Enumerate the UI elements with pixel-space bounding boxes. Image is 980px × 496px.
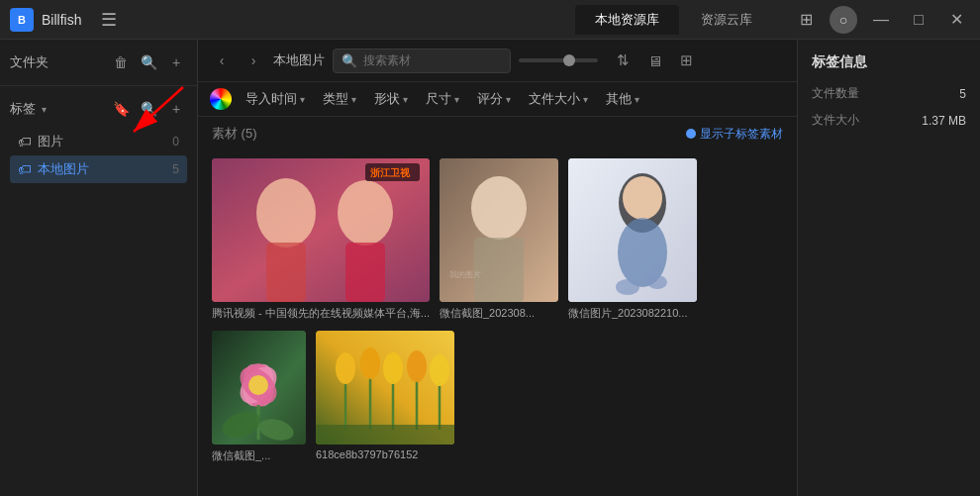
tag-count-pictures: 0	[172, 135, 179, 149]
svg-point-40	[430, 354, 449, 386]
close-button[interactable]: ✕	[942, 6, 970, 34]
media-thumb-4: JPG	[316, 331, 454, 445]
grid-icon[interactable]: ⊞	[673, 48, 699, 73]
media-item-3[interactable]: PNG	[212, 331, 306, 463]
svg-point-10	[471, 176, 527, 240]
svg-rect-11	[474, 238, 524, 302]
search-input[interactable]	[363, 53, 502, 67]
show-subtag-label: 显示子标签素材	[700, 126, 783, 143]
filter-type[interactable]: 类型 ▾	[319, 88, 360, 110]
titlebar: B Billfish ☰ 本地资源库 资源云库 ⊞ ○ — □ ✕	[0, 0, 980, 40]
filter-shape[interactable]: 形状 ▾	[370, 88, 412, 110]
tag-item-pictures[interactable]: 🏷 图片 0	[10, 128, 187, 155]
media-label-2: 微信图片_2023082210...	[568, 306, 697, 321]
search-icon: 🔍	[342, 53, 357, 68]
tags-section-header: 标签 ▾ 🔖 🔍 +	[10, 94, 187, 128]
media-item-0[interactable]: JPG	[212, 158, 430, 321]
tab-local-library[interactable]: 本地资源库	[575, 5, 679, 35]
tag-icon-local: 🏷	[18, 161, 32, 177]
folder-label: 文件夹	[10, 53, 104, 71]
filter-size-label: 尺寸	[426, 90, 451, 108]
breadcrumb: 本地图片	[273, 51, 325, 69]
filter-bar: 导入时间 ▾ 类型 ▾ 形状 ▾ 尺寸 ▾ 评分 ▾ 文件大小 ▾	[198, 82, 797, 117]
media-thumb-3: PNG	[212, 331, 306, 445]
tags-search-icon[interactable]: 🔍	[138, 98, 159, 120]
panel-label-size: 文件大小	[812, 112, 859, 129]
svg-point-36	[383, 352, 403, 384]
filter-filesize-caret: ▾	[583, 94, 588, 105]
show-subtag-button[interactable]: 显示子标签素材	[686, 126, 783, 143]
app-name: Billfish	[42, 12, 81, 28]
media-item-1[interactable]: PNG 我的图片	[440, 158, 558, 321]
nav-prev-button[interactable]: ‹	[210, 49, 234, 72]
display-icon[interactable]: 🖥	[641, 48, 667, 73]
color-filter-button[interactable]	[210, 88, 232, 110]
tags-caret-icon[interactable]: ▾	[42, 104, 47, 115]
layout-icon[interactable]: ⊞	[792, 6, 820, 34]
maximize-button[interactable]: □	[905, 6, 932, 34]
svg-text:我的图片: 我的图片	[449, 270, 481, 279]
svg-rect-41	[316, 425, 454, 445]
media-label-0: 腾讯视频 - 中国领先的在线视频媒体平台,海...	[212, 306, 430, 321]
sort-slider[interactable]	[519, 58, 598, 62]
svg-text:浙江卫视: 浙江卫视	[370, 167, 411, 178]
svg-point-5	[338, 180, 393, 246]
folder-search-icon[interactable]: 🔍	[138, 51, 159, 73]
tag-item-local-pictures[interactable]: 🏷 本地图片 5	[10, 155, 187, 183]
svg-point-34	[360, 347, 380, 379]
filter-rating-label: 评分	[477, 90, 503, 108]
avatar[interactable]: ○	[830, 6, 857, 34]
filter-other-label: 其他	[606, 90, 632, 108]
filter-import-time[interactable]: 导入时间 ▾	[242, 88, 309, 110]
content-area: ‹ › 本地图片 🔍 ⇅ 🖥 ⊞ 导入时间 ▾	[198, 40, 797, 496]
sort-icon[interactable]: ⇅	[610, 48, 636, 73]
svg-point-32	[336, 352, 355, 384]
media-grid: JPG	[198, 150, 797, 496]
search-box: 🔍	[333, 49, 511, 73]
panel-row-size: 文件大小 1.37 MB	[812, 112, 966, 129]
tag-count-local: 5	[172, 162, 179, 176]
slider-thumb[interactable]	[563, 54, 575, 66]
filter-shape-caret: ▾	[403, 94, 408, 105]
media-label-4: 618ce8b3797b76152	[316, 448, 444, 460]
filter-filesize[interactable]: 文件大小 ▾	[525, 88, 592, 110]
app-logo: B	[10, 8, 34, 32]
filter-size[interactable]: 尺寸 ▾	[422, 88, 463, 110]
minimize-button[interactable]: —	[867, 6, 895, 34]
slider-track[interactable]	[519, 58, 598, 62]
svg-point-18	[616, 279, 639, 295]
grid-header: 素材 (5) 显示子标签素材	[198, 117, 797, 150]
tags-bookmark-icon[interactable]: 🔖	[110, 98, 132, 120]
svg-point-38	[407, 350, 427, 382]
tags-add-icon[interactable]: +	[165, 98, 187, 120]
window-controls: ⊞ ○ — □ ✕	[792, 6, 970, 34]
svg-rect-6	[345, 243, 385, 302]
media-item-4[interactable]: JPG	[316, 331, 454, 463]
filter-other[interactable]: 其他 ▾	[602, 88, 643, 110]
nav-next-button[interactable]: ›	[242, 49, 265, 72]
filter-rating[interactable]: 评分 ▾	[473, 88, 515, 110]
main-tabs: 本地资源库 资源云库	[575, 5, 772, 35]
tag-label-local: 本地图片	[38, 160, 172, 178]
folder-delete-icon[interactable]: 🗑	[110, 51, 132, 73]
filter-size-caret: ▾	[454, 94, 459, 105]
menu-icon[interactable]: ☰	[101, 9, 117, 31]
panel-value-count: 5	[959, 87, 966, 101]
tab-cloud-library[interactable]: 资源云库	[681, 5, 772, 35]
svg-rect-4	[266, 243, 306, 302]
media-label-1: 微信截图_20230​8...	[440, 306, 558, 321]
panel-value-size: 1.37 MB	[922, 114, 966, 128]
filter-other-caret: ▾	[635, 94, 639, 105]
filter-import-time-label: 导入时间	[245, 90, 297, 108]
filter-import-time-caret: ▾	[300, 94, 305, 105]
folder-add-icon[interactable]: +	[165, 51, 187, 73]
panel-row-count: 文件数量 5	[812, 85, 966, 102]
media-thumb-0: JPG	[212, 158, 430, 302]
media-count: 素材 (5)	[212, 125, 686, 143]
panel-title: 标签信息	[812, 53, 966, 71]
filter-filesize-label: 文件大小	[529, 90, 580, 108]
media-thumb-1: PNG 我的图片	[440, 158, 558, 302]
folder-section: 文件夹 🗑 🔍 +	[0, 40, 197, 86]
media-item-2[interactable]: JPG	[568, 158, 697, 321]
tags-section: 标签 ▾ 🔖 🔍 + 🏷 图片 0 🏷 本地图片 5	[0, 86, 197, 496]
